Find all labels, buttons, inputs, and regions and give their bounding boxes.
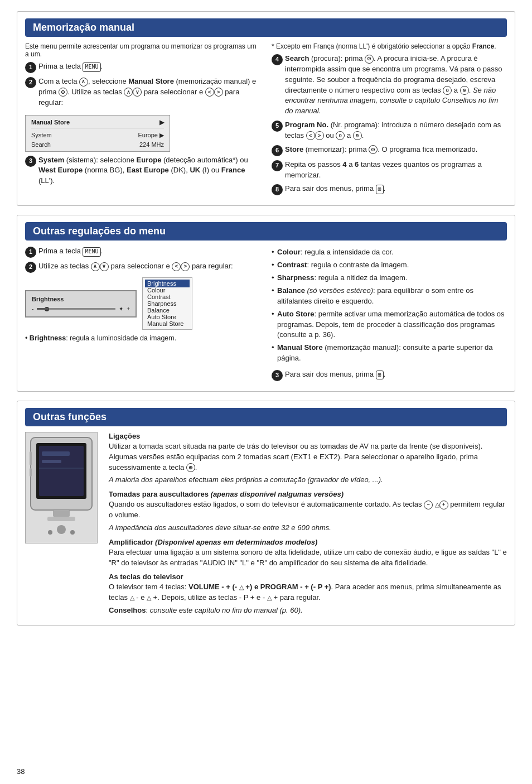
outras-regulacoes-title: Outras regulações do menu	[25, 222, 507, 241]
vol-tri-icon: △	[239, 584, 244, 590]
svg-point-10	[57, 525, 66, 534]
ok-icon-4: ⊙	[365, 55, 374, 64]
triangle-vol-icon: △	[435, 501, 439, 508]
tv-menu-container: Brightness - ✦ + Brightness Colour Con	[25, 277, 260, 330]
memorization-content: Este menu permite acrescentar um program…	[25, 42, 507, 199]
left-icon: <	[205, 88, 214, 97]
brightness-fill	[37, 308, 49, 310]
ms-menu-arrow: ▶	[159, 119, 164, 126]
bullet-balance: Balance (só versões estéreo): para equil…	[272, 285, 507, 308]
amplificador-text: Para efectuar uma ligação a um sistema s…	[109, 547, 507, 569]
down-icon2: ∨	[133, 88, 142, 97]
svg-point-12	[70, 530, 75, 535]
step-num-1: 1	[25, 62, 36, 73]
step-num-3: 3	[25, 156, 36, 167]
tri1-icon: △	[130, 594, 134, 601]
amplificador-heading: Amplificador (Disponível apenas em deter…	[109, 538, 507, 546]
step-text-3: System (sistema): seleccione Europe (det…	[38, 155, 260, 187]
menu-item-contrast: Contrast	[147, 294, 187, 300]
step-num-4: 4	[272, 54, 283, 65]
minus-icon: -	[32, 306, 33, 312]
bullet-manual-store: Manual Store (memorização manual): consu…	[272, 342, 507, 365]
auscultadores-italic: A impedância dos auscultadores deve situ…	[109, 523, 507, 533]
mem-step-1: 1 Prima a tecla MENU.	[25, 61, 260, 73]
step-text-6: Store (memorizar): prima ⊙. O programa f…	[285, 145, 507, 155]
plus-icon: +	[127, 306, 130, 312]
teclas-heading: As teclas do televisor	[109, 573, 507, 581]
memorization-intro: Este menu permite acrescentar um program…	[25, 42, 260, 58]
step-text-8: Para sair dos menus, prima ⊞.	[285, 184, 507, 194]
minus-vol-icon: −	[424, 501, 433, 509]
step-text-7: Repita os passos 4 a 6 tantas vezes quan…	[285, 160, 507, 181]
reg-step-text-3: Para sair dos menus, prima ⊞.	[285, 369, 507, 380]
reg-bullet-list: Colour: regula a intensidade da cor. Con…	[272, 246, 507, 364]
outras-funcoes-title: Outras funções	[25, 408, 507, 426]
tv-brightness-label: Brightness	[32, 296, 130, 302]
memorization-title: Memorização manual	[25, 18, 507, 37]
step-num-2: 2	[25, 77, 36, 88]
bullet-sharpness: Sharpness: regula a nitidez da imagem.	[272, 272, 507, 285]
mem-step-4: 4 Search (procura): prima ⊙. A procura i…	[272, 54, 507, 117]
funcoes-text: Ligações Utilizar a tomada scart situada…	[109, 432, 507, 618]
reg-step-text-1: Prima a tecla MENU.	[38, 246, 260, 257]
step-num-8: 8	[272, 184, 283, 195]
teclas-text: O televisor tem 4 teclas: VOLUME - + (- …	[109, 582, 507, 603]
right-icon-reg: >	[181, 262, 190, 271]
ok-icon-6: ⊙	[369, 145, 378, 154]
mem-step-7: 7 Repita os passos 4 a 6 tantas vezes qu…	[272, 160, 507, 181]
svg-rect-5	[42, 460, 61, 463]
down-icon-reg: ∨	[100, 262, 109, 271]
outras-reg-right: Colour: regula a intensidade da cor. Con…	[272, 246, 507, 384]
ligacoes-text: Utilizar a tomada scart situada na parte…	[109, 441, 507, 473]
bullet-colour: Colour: regula a intensidade da cor.	[272, 246, 507, 259]
step-num-5: 5	[272, 121, 283, 132]
svg-rect-6	[53, 510, 70, 517]
num0b-icon: 0	[336, 131, 345, 140]
exit-icon-8: ⊞	[376, 185, 384, 194]
step-text-5: Program No. (Nr. programa): introduza o …	[285, 120, 507, 141]
svg-rect-9	[30, 468, 32, 477]
left-icon2: <	[306, 131, 315, 140]
svg-rect-7	[47, 517, 75, 521]
reg-step-1: 1 Prima a tecla MENU.	[25, 246, 260, 258]
outras-funcoes-content: Ligações Utilizar a tomada scart situada…	[25, 432, 507, 618]
svg-rect-8	[30, 451, 32, 465]
reg-step-text-2: Utilize as teclas ∧∨ para seleccionar e …	[38, 261, 260, 272]
tri3-icon: △	[267, 594, 272, 601]
step-text-2: Com a tecla ∧, seleccione Manual Store (…	[38, 76, 260, 108]
step-num-7: 7	[272, 160, 283, 171]
brightness-bottom-note: • Brightness: regula a luminosidade da i…	[25, 334, 260, 342]
tv-brightness-bar: - ✦ +	[32, 306, 130, 312]
outras-regulacoes-section: Outras regulações do menu 1 Prima a tecl…	[17, 215, 515, 391]
ms-system-value: Europe ▶	[138, 132, 164, 139]
asterisk-note: * Excepto em França (norma LL') é obriga…	[272, 42, 507, 50]
menu-item-colour: Colour	[147, 287, 187, 294]
step-num-6: 6	[272, 145, 283, 156]
menu-key-icon: MENU	[83, 62, 100, 72]
mem-step-5: 5 Program No. (Nr. programa): introduza …	[272, 120, 507, 141]
tv-screen: Brightness - ✦ +	[25, 290, 137, 318]
num9-icon: 9	[460, 86, 469, 95]
outras-regulacoes-content: 1 Prima a tecla MENU. 2 Utilize as tecla…	[25, 246, 507, 384]
ligacoes-heading: Ligações	[109, 432, 507, 440]
outras-funcoes-section: Outras funções	[17, 401, 515, 626]
menu-item-sharpness: Sharpness	[147, 300, 187, 307]
ms-menu-row-system: System Europe ▶	[31, 132, 164, 139]
ms-menu-title: Manual Store	[31, 119, 70, 126]
mem-step-3: 3 System (sistema): seleccione Europe (d…	[25, 155, 260, 187]
ms-system-label: System	[31, 132, 52, 139]
bullet-auto-store: Auto Store: permite activar uma memoriza…	[272, 308, 507, 342]
auscultadores-heading: Tomadas para auscultadores (apenas dispo…	[109, 490, 507, 498]
reg-step-3: 3 Para sair dos menus, prima ⊞.	[272, 369, 507, 381]
ok-icon: ⊙	[59, 88, 67, 97]
mem-step-6: 6 Store (memorizar): prima ⊙. O programa…	[272, 145, 507, 156]
svg-rect-4	[42, 451, 70, 456]
plus-vol-icon: +	[439, 501, 448, 509]
memorization-right: * Excepto em França (norma LL') é obriga…	[272, 42, 507, 199]
step-text-1: Prima a tecla MENU.	[38, 61, 260, 72]
up-icon-reg: ∧	[91, 262, 100, 271]
right-icon2: >	[315, 131, 324, 140]
menu-key-icon-reg: MENU	[83, 247, 100, 257]
ms-menu-header: Manual Store ▶	[31, 119, 164, 128]
ms-search-value: 224 MHz	[139, 141, 164, 148]
